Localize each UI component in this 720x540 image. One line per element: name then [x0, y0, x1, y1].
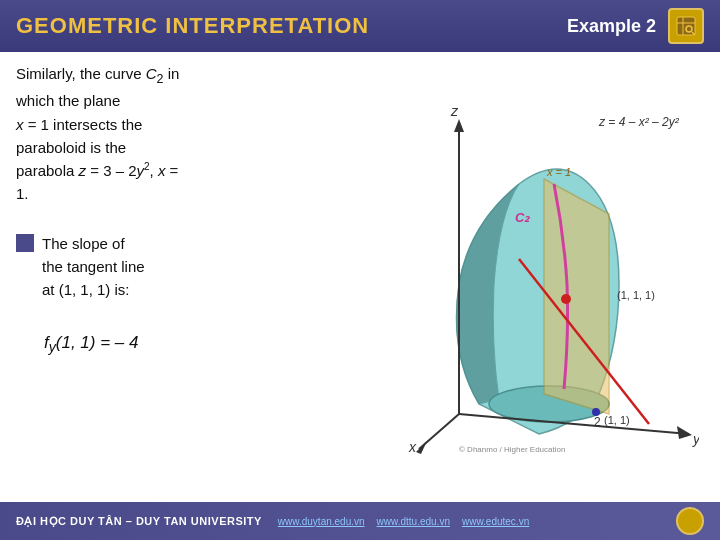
x1-label: x = 1 [546, 166, 571, 178]
z-axis-label: z [450, 104, 459, 119]
footer-link-2[interactable]: www.dttu.edu.vn [377, 516, 450, 527]
curve-name: C [146, 65, 157, 82]
header-right: Example 2 [567, 8, 704, 44]
diagram-container: z = 4 – x² – 2y² [399, 104, 699, 454]
plane-x1 [544, 179, 609, 414]
footer-link-1[interactable]: www.duytan.edu.vn [278, 516, 365, 527]
point-111-label: (1, 1, 1) [617, 289, 655, 301]
header-icon [668, 8, 704, 44]
description-text: Similarly, the curve C2 in which the pla… [16, 62, 378, 206]
copyright-text: © Dhanmo / Higher Education [459, 445, 565, 454]
diagram-svg: z = 4 – x² – 2y² [399, 104, 699, 454]
curve-subscript: 2 [157, 72, 164, 86]
image-panel: z = 4 – x² – 2y² [394, 62, 704, 496]
formula-line: fy(1, 1) = – 4 [16, 333, 378, 355]
footer-links: www.duytan.edu.vn www.dttu.edu.vn www.ed… [278, 516, 529, 527]
equation-x: x = 1 intersects the [16, 116, 142, 133]
bullet-text: The slope of the tangent line at (1, 1, … [42, 232, 145, 302]
point-111 [561, 294, 571, 304]
footer-logo [676, 507, 704, 535]
y-axis-2: 2 [594, 415, 601, 429]
formula-subscript: y [49, 340, 56, 356]
bullet-icon [16, 234, 34, 252]
c2-label: C₂ [515, 210, 531, 225]
y-axis-label: y [692, 431, 699, 447]
text-panel: Similarly, the curve C2 in which the pla… [16, 62, 378, 496]
main-content: Similarly, the curve C2 in which the pla… [0, 52, 720, 502]
footer-university: ĐẠI HỌC DUY TÂN – DUY TAN UNIVERSITY [16, 515, 262, 528]
header: GEOMETRIC INTERPRETATION Example 2 [0, 0, 720, 52]
example-label: Example 2 [567, 16, 656, 37]
page: GEOMETRIC INTERPRETATION Example 2 Simil… [0, 0, 720, 540]
equation-text: z = 4 – x² – 2y² [598, 115, 680, 129]
footer: ĐẠI HỌC DUY TÂN – DUY TAN UNIVERSITY www… [0, 502, 720, 540]
point-11 [592, 408, 600, 416]
footer-link-3[interactable]: www.edutec.vn [462, 516, 529, 527]
bullet-section: The slope of the tangent line at (1, 1, … [16, 232, 378, 302]
power-2: 2 [144, 161, 150, 172]
point-11-label: (1, 1) [604, 414, 630, 426]
x-axis-label: x [408, 439, 417, 454]
header-title: GEOMETRIC INTERPRETATION [16, 13, 369, 39]
